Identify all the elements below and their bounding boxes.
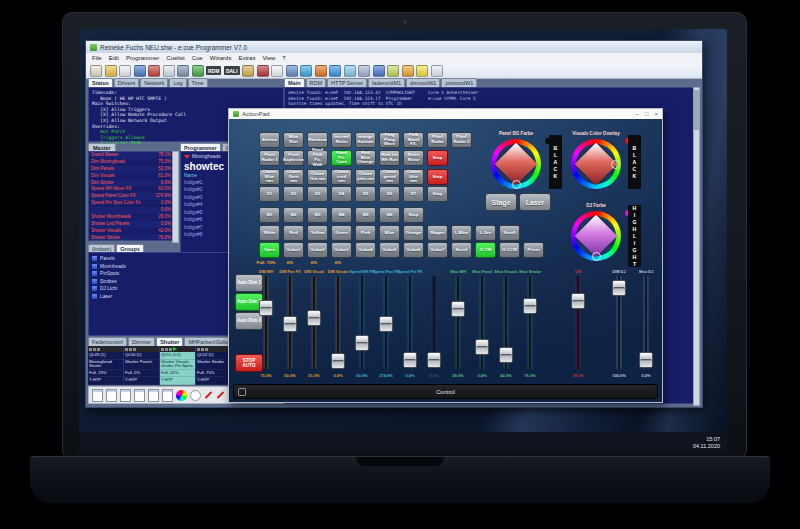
menu-item-wizards[interactable]: Wizards <box>210 55 232 61</box>
actionpad-button-prism[interactable]: Prism <box>523 242 544 258</box>
fader-handle[interactable] <box>331 353 345 369</box>
fader-handle[interactable] <box>612 280 626 296</box>
actionpad-button-gobo5[interactable]: Gobo5 <box>379 242 400 258</box>
master-row[interactable]: Speed MH Move FX63.0% <box>89 186 177 193</box>
cuelist-mini-button[interactable] <box>97 348 100 351</box>
actionpad-button-pixelradar3[interactable]: Pixel Radar 3 <box>259 150 280 166</box>
toolbar-icon[interactable] <box>402 65 414 77</box>
tab-drivers[interactable]: Drivers <box>114 78 139 87</box>
menu-item-cuelist[interactable]: Cuelist <box>166 55 184 61</box>
fader-style-icon[interactable] <box>92 389 103 402</box>
actionpad-button-randpinkpxwalk[interactable]: Rand Pink Px. Walk <box>307 150 328 166</box>
toolbar-icon[interactable] <box>387 65 399 77</box>
fader-handle[interactable] <box>403 352 417 368</box>
control-bottom-bar[interactable]: Control <box>233 384 658 399</box>
toolbar-icon[interactable] <box>344 65 356 77</box>
actionpad-button-magen[interactable]: Magen <box>427 225 448 241</box>
actionpad-button-m2[interactable]: M2 <box>283 207 304 223</box>
actionpad-button-lgre[interactable]: L.Gre <box>475 225 496 241</box>
tab-fadercontrol[interactable]: Fadercontrol <box>88 337 127 346</box>
menu-item-edit[interactable]: Edit <box>109 55 119 61</box>
actionpad-button-gobo7[interactable]: Gobo7 <box>427 242 448 258</box>
toolbar-icon[interactable] <box>300 65 312 77</box>
actionpad-button-scroll[interactable]: Scroll <box>451 242 472 258</box>
actionpad-button-gobo6[interactable]: Gobo6 <box>403 242 424 258</box>
actionpad-button-m6[interactable]: M6 <box>379 207 400 223</box>
actionpad-button-retrorotor[interactable]: Retro Rotor <box>403 150 424 166</box>
toolbar-icon[interactable] <box>358 65 370 77</box>
actionpad-button-pink[interactable]: Pink <box>355 225 376 241</box>
tab-shutter[interactable]: Shutter <box>156 337 183 346</box>
side-bar-black-2[interactable]: BLACK <box>628 135 641 189</box>
color-wheel-icon[interactable] <box>176 390 187 401</box>
side-bar-black-1[interactable]: BLACK <box>549 135 562 189</box>
master-scrollbar[interactable] <box>172 151 179 243</box>
toolbar-icon[interactable] <box>271 65 283 77</box>
actionpad-button-blue[interactable]: Blue <box>379 225 400 241</box>
tab-protocolw1[interactable]: protocolW1 <box>441 78 477 87</box>
toolbar-icon[interactable] <box>286 65 298 77</box>
fader-track[interactable] <box>576 276 581 369</box>
actionpad-button-rainbow[interactable]: Rainbow <box>307 132 328 148</box>
toolbar-icon[interactable] <box>431 65 443 77</box>
fader-track[interactable] <box>264 276 269 369</box>
tab-dmxoutw1[interactable]: dmxoutW1 <box>406 78 440 87</box>
toolbar-icon[interactable] <box>192 65 204 77</box>
actionpad-button-invredrotor[interactable]: inv red Rotor <box>331 132 352 148</box>
master-row[interactable]: Shutter Visuals42.0% <box>89 228 177 235</box>
menu-item-[interactable]: ? <box>282 55 285 61</box>
actionpad-button-stop[interactable]: Stop <box>403 207 424 223</box>
actionpad-button-d4[interactable]: D4 <box>331 186 352 202</box>
actionpad-button-red[interactable]: Red <box>283 225 304 241</box>
cuelist-column[interactable]: QL50 (1)Shutter PanelsFull. 0%T-HTP <box>124 346 160 385</box>
master-row[interactable]: Shutter Strobe76.0% <box>89 235 177 241</box>
master-row[interactable]: Dim Visuals61.0% <box>89 173 177 180</box>
toolbar-icon[interactable] <box>373 65 385 77</box>
tab-rdm[interactable]: RDM <box>306 78 327 87</box>
actionpad-button-gobo4[interactable]: Gobo4 <box>355 242 376 258</box>
actionpad-button-gccw[interactable]: G CCW <box>499 242 520 258</box>
actionpad-button-orange[interactable]: Orange <box>403 225 424 241</box>
settings-icon[interactable] <box>238 388 246 396</box>
fader-handle[interactable] <box>639 352 653 368</box>
fader-handle[interactable] <box>283 316 297 332</box>
actionpad-button-lblue[interactable]: L.Blue <box>451 225 472 241</box>
white-circle-icon[interactable] <box>190 390 201 401</box>
toolbar-chip-dali[interactable]: DALI <box>224 66 240 75</box>
wheel-selector[interactable] <box>611 160 620 169</box>
toolbar-icon[interactable] <box>148 65 160 77</box>
log-scrollbar[interactable] <box>693 87 700 406</box>
fader-handle[interactable] <box>451 301 465 317</box>
toolbar-icon[interactable] <box>242 65 254 77</box>
actionpad-button-d5[interactable]: D5 <box>355 186 376 202</box>
fader-handle[interactable] <box>355 335 369 351</box>
actionpad-button-redbluechange[interactable]: Red Blue Change <box>355 150 376 166</box>
menu-item-file[interactable]: File <box>92 55 102 61</box>
actionpad-button-m3[interactable]: M3 <box>307 207 328 223</box>
menu-item-view[interactable]: View <box>262 55 275 61</box>
cuelist-column[interactable]: QL52 (1)Shutter StrobeFull. 75%T-HTP <box>196 346 232 385</box>
actionpad-button-m4[interactable]: M4 <box>331 207 352 223</box>
actionpad-button-chasecredran[interactable]: Chase cred ran <box>331 169 352 185</box>
toolbar-icon[interactable] <box>257 65 269 77</box>
actionpad-button-stop[interactable]: Stop <box>427 186 448 202</box>
tab-time[interactable]: Time <box>188 78 208 87</box>
actionpad-button-pinkbandfx[interactable]: Pink Band FX. <box>403 132 424 148</box>
fader-style-icon[interactable] <box>120 389 131 402</box>
tab-httpserver[interactable]: HTTP Server <box>327 78 367 87</box>
actionpad-button-gobo1[interactable]: Gobo1 <box>283 242 304 258</box>
master-row[interactable]: Shutter Led Panels0.0% <box>89 221 177 228</box>
fader-handle[interactable] <box>427 352 441 368</box>
actionpad-button-orangekaleido[interactable]: orange Kaleido <box>355 132 376 148</box>
toolbar-icon[interactable] <box>119 65 131 77</box>
fader-track[interactable] <box>456 276 461 369</box>
scroll-thumb[interactable] <box>694 90 699 130</box>
master-row[interactable]: Dim Panels52.0% <box>89 166 177 173</box>
toolbar-chip-rdm[interactable]: RDM <box>206 66 221 75</box>
toolbar-icon[interactable] <box>329 65 341 77</box>
menu-item-programmer[interactable]: Programmer <box>126 55 159 61</box>
fader-style-icon[interactable] <box>148 389 159 402</box>
fader-handle[interactable] <box>307 310 321 326</box>
actionpad-button-bluerun[interactable]: Blue Run <box>283 132 304 148</box>
actionpad-button-scroll[interactable]: Scroll <box>499 225 520 241</box>
